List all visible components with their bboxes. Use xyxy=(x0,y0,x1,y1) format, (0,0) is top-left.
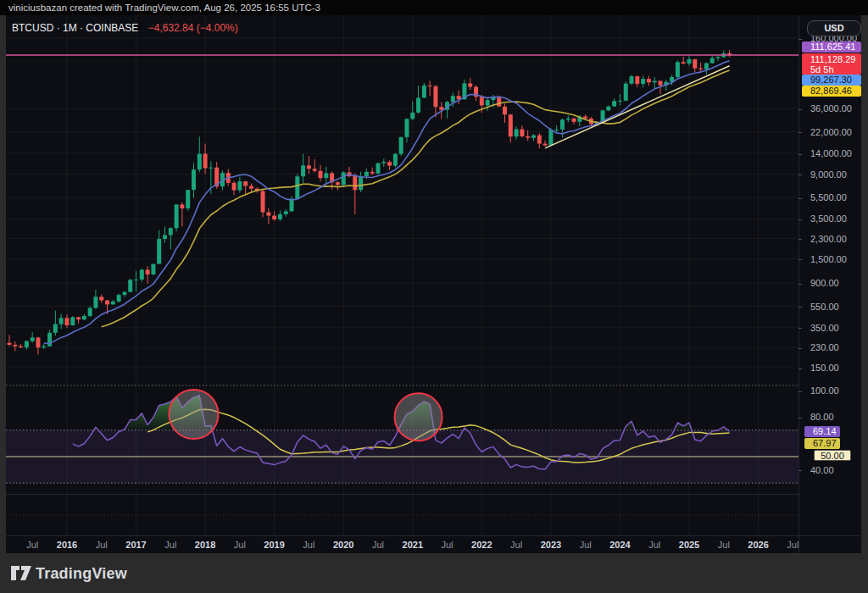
symbol-title[interactable]: BTCUSD · 1M · COINBASE xyxy=(12,22,138,34)
currency-button[interactable]: USD xyxy=(807,20,861,36)
chart-canvas[interactable] xyxy=(6,15,861,553)
symbol-change: −4,632.84 (−4.00%) xyxy=(148,22,238,34)
symbol-info: BTCUSD · 1M · COINBASE −4,632.84 (−4.00%… xyxy=(12,22,238,34)
tradingview-screenshot: viniciusbazan created with TradingView.c… xyxy=(0,0,868,593)
footer-bar: TradingView xyxy=(0,553,868,593)
watermark-bar: viniciusbazan created with TradingView.c… xyxy=(0,0,868,15)
tradingview-logo-icon[interactable] xyxy=(10,565,32,581)
tradingview-brand[interactable]: TradingView xyxy=(36,565,127,583)
watermark-text: viniciusbazan created with TradingView.c… xyxy=(8,3,320,13)
